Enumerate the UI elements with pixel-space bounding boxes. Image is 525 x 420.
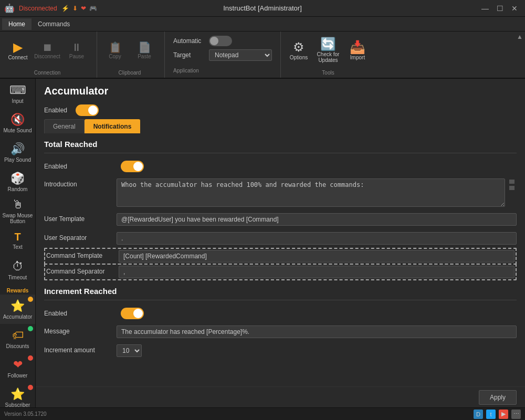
command-separator-row: Command Separator [44, 264, 517, 280]
disconnect-icon: ⏹ [42, 42, 52, 52]
sidebar-item-subscriber[interactable]: ⭐ Subscriber [0, 383, 35, 407]
menu-commands[interactable]: Commands [32, 18, 76, 30]
tools-buttons: ⚙ Options 🔄 Check for Updates 📥 Import [285, 34, 371, 76]
window-controls[interactable]: — ☐ ✕ [479, 3, 521, 14]
textarea-scrollbar-down[interactable] [509, 186, 514, 190]
extra-icon[interactable]: ⋯ [511, 410, 521, 419]
automatic-row: Automatic [173, 36, 272, 46]
follower-icon: ❤ [13, 358, 23, 372]
main-enabled-label: Enabled [44, 107, 67, 114]
title-icon-1: ⚡ [61, 5, 69, 12]
command-template-label: Command Template [46, 250, 114, 259]
content-area: Accumulator Enabled General Notification… [36, 79, 525, 407]
sidebar-item-accumulator[interactable]: ⭐ Accumulator [0, 295, 35, 324]
introduction-label: Introduction [44, 178, 112, 188]
connect-label: Connect [8, 55, 27, 60]
app-icon: 🤖 [4, 3, 15, 13]
user-separator-input[interactable] [117, 232, 517, 245]
copy-label: Copy [109, 54, 121, 59]
increment-enabled-toggle[interactable] [121, 308, 144, 319]
text-label: Text [13, 244, 22, 250]
connection-buttons: ▶ Connect ⏹ Disconnect ⏸ Pause [4, 34, 90, 76]
pause-icon: ⏸ [71, 42, 82, 52]
textarea-scrollbar-up[interactable] [509, 180, 514, 184]
input-label: Input [12, 98, 23, 104]
apply-bar: Apply [36, 386, 525, 407]
check-updates-button[interactable]: 🔄 Check for Updates [314, 36, 342, 65]
toolbar-collapse-button[interactable]: ▲ [514, 32, 525, 42]
main-area: ⌨ Input 🔇 Mute Sound 🔊 Play Sound 🎲 Rand… [0, 79, 525, 407]
subscriber-badge [28, 385, 33, 390]
connect-button[interactable]: ▶ Connect [4, 39, 32, 62]
command-template-input[interactable] [119, 250, 514, 262]
sidebar-item-mute-sound[interactable]: 🔇 Mute Sound [0, 108, 35, 138]
pause-button[interactable]: ⏸ Pause [63, 40, 90, 61]
title-icon-3: ❤ [81, 5, 86, 12]
apply-button[interactable]: Apply [479, 390, 517, 405]
discord-icon[interactable]: D [474, 410, 483, 419]
menu-bar: Home Commands [0, 17, 525, 32]
automatic-toggle[interactable] [209, 36, 232, 46]
text-icon: T [14, 231, 20, 243]
copy-button[interactable]: 📋 Copy [101, 40, 129, 61]
accumulator-icon: ⭐ [10, 299, 25, 313]
increment-enabled-row: Enabled [44, 304, 517, 322]
import-icon: 📥 [350, 41, 365, 54]
import-button[interactable]: 📥 Import [344, 39, 371, 62]
swap-mouse-icon: 🖱 [12, 198, 24, 212]
message-input[interactable] [117, 326, 517, 338]
paste-icon: 📄 [138, 42, 151, 52]
options-button[interactable]: ⚙ Options [285, 39, 312, 62]
command-separator-input[interactable] [119, 266, 514, 278]
pause-label: Pause [69, 54, 84, 59]
sidebar-item-play-sound[interactable]: 🔊 Play Sound [0, 138, 35, 167]
user-template-label: User Template [44, 213, 112, 223]
tab-notifications[interactable]: Notifications [85, 119, 141, 133]
target-row: Target Notepad [173, 49, 272, 61]
rewards-section-label: Rewards [0, 285, 35, 295]
paste-label: Paste [138, 54, 151, 59]
twitter-icon[interactable]: t [486, 410, 496, 419]
subscriber-label: Subscriber [5, 402, 30, 408]
disconnect-button[interactable]: ⏹ Disconnect [34, 40, 61, 61]
title-bar: 🤖 Disconnected ⚡ ⬇ ❤ 🎮 InstructBot [Admi… [0, 0, 525, 17]
maximize-button[interactable]: ☐ [494, 3, 506, 14]
title-icon-4: 🎮 [89, 5, 97, 12]
youtube-icon[interactable]: ▶ [499, 410, 508, 419]
user-template-input[interactable] [117, 213, 517, 226]
sidebar-item-follower[interactable]: ❤ Follower [0, 353, 35, 383]
tab-general[interactable]: General [44, 119, 85, 133]
import-label: Import [350, 55, 365, 60]
increment-amount-select[interactable]: 10 5 20 25 [117, 344, 142, 357]
menu-home[interactable]: Home [2, 18, 32, 30]
sidebar-item-input[interactable]: ⌨ Input [0, 79, 35, 108]
input-icon: ⌨ [9, 83, 26, 97]
connect-icon: ▶ [13, 41, 23, 54]
accumulator-badge [28, 297, 33, 302]
introduction-row: Introduction Whoo the accumulator has re… [44, 175, 517, 210]
message-label: Message [44, 326, 112, 335]
timeout-label: Timeout [8, 275, 27, 280]
sidebar-item-discounts[interactable]: 🏷 Discounts [0, 324, 35, 353]
status-right-icons: D t ▶ ⋯ [474, 410, 521, 419]
sidebar-item-text[interactable]: T Text [0, 226, 35, 255]
minimize-button[interactable]: — [479, 3, 491, 14]
introduction-input[interactable]: Whoo the accumulator has reached 100% an… [117, 178, 505, 207]
sidebar-item-swap-mouse[interactable]: 🖱 Swap Mouse Button [0, 196, 35, 226]
total-enabled-row: Enabled [44, 158, 517, 175]
total-enabled-toggle[interactable] [121, 161, 144, 172]
tabs-row: General Notifications [36, 119, 525, 133]
increment-reached-title: Increment Reached [44, 280, 517, 300]
sidebar-item-timeout[interactable]: ⏱ Timeout [0, 255, 35, 285]
close-button[interactable]: ✕ [508, 3, 521, 14]
tools-group-label: Tools [322, 70, 334, 76]
increment-amount-row: Increment amount 10 5 20 25 [44, 341, 517, 360]
target-select[interactable]: Notepad [209, 49, 272, 61]
automatic-label: Automatic [173, 37, 205, 45]
section-content: Total Reached Enabled Introduction Whoo … [36, 133, 525, 386]
main-enabled-toggle[interactable] [76, 104, 99, 116]
paste-button[interactable]: 📄 Paste [131, 40, 158, 61]
connection-status: Disconnected [19, 5, 57, 12]
sidebar-item-random[interactable]: 🎲 Random [0, 167, 35, 196]
application-group-label: Application [173, 68, 272, 74]
